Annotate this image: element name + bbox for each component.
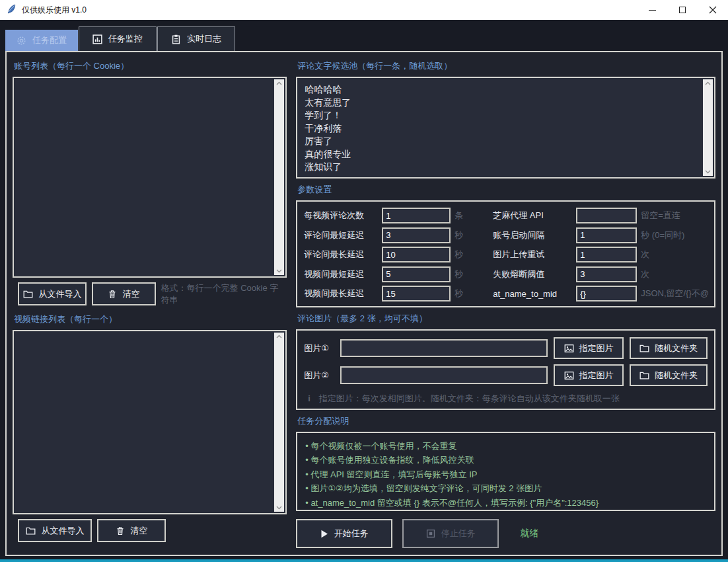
minimize-button[interactable] [637,0,667,20]
videos-section-label: 视频链接列表（每行一个） [14,313,287,325]
scroll-up-icon [276,81,282,85]
button-label: 从文件导入 [42,525,85,537]
param-unit: 秒 [455,249,489,261]
trash-icon [116,526,125,536]
stop-icon [426,529,435,538]
videos-import-button[interactable]: 从文件导入 [18,519,92,542]
clipboard-icon [171,34,181,44]
button-label: 清空 [123,288,140,300]
accounts-clear-button[interactable]: 清空 [92,282,156,305]
button-label: 随机文件夹 [655,342,698,354]
gear-icon [17,36,26,46]
image-icon [564,344,574,353]
param-label: 视频间最长延迟 [304,288,378,300]
param-label: 账号启动间隔 [493,229,572,241]
proxy-api-input[interactable] [576,208,637,223]
folder-icon [26,526,36,535]
note-item: at_name_to_mid 留空或填 {} 表示不@任何人，填写示例: {"用… [305,496,708,510]
play-icon [320,530,328,538]
status-text: 就绪 [520,528,538,540]
image1-path-input[interactable] [340,339,548,357]
app-body: 任务配置 任务监控 实时日志 账号列表（每行一个 Cookie） [0,20,728,556]
image2-path-input[interactable] [340,366,548,384]
folder-icon [23,290,33,298]
param-label: 每视频评论次数 [304,210,378,221]
accounts-section-label: 账号列表（每行一个 Cookie） [14,60,287,72]
param-unit: 留空=直连 [641,210,709,221]
images-section-label: 评论图片（最多 2 张，均可不填） [297,313,715,325]
tab-bar: 任务配置 任务监控 实时日志 [5,26,723,51]
at-name-to-mid-input[interactable] [576,286,637,301]
param-unit: 条 [455,210,489,221]
note-item: 每个视频仅被一个账号使用，不会重复 [305,439,708,454]
videos-clear-button[interactable]: 清空 [97,519,166,542]
image1-label: 图片① [304,342,334,354]
accounts-text [15,79,273,275]
scroll-down-icon [276,269,282,273]
videos-text [15,333,273,512]
tab-task-monitor[interactable]: 任务监控 [79,26,157,51]
param-label: 评论间最长延迟 [304,249,378,261]
tab-label: 实时日志 [187,33,221,45]
image1-pick-button[interactable]: 指定图片 [554,337,624,359]
min-comment-delay-input[interactable] [382,227,451,243]
tab-live-log[interactable]: 实时日志 [157,26,235,51]
button-label: 清空 [131,525,148,537]
param-unit: 秒 [455,268,489,280]
button-label: 从文件导入 [39,288,82,300]
accounts-format-hint: 格式：每行一个完整 Cookie 字符串 [161,282,286,306]
tab-task-config[interactable]: 任务配置 [5,30,78,51]
images-info-text: 指定图片：每次发相同图片。随机文件夹：每条评论自动从该文件夹随机取一张 [319,393,620,405]
param-unit: JSON,留空/{}不@ [641,288,709,300]
maximize-button[interactable] [667,0,698,20]
notes-group: 每个视频仅被一个账号使用，不会重复 每个账号使用独立设备指纹，降低风控关联 代理… [296,432,715,512]
videos-textarea[interactable] [13,330,287,514]
scroll-down-icon [705,170,711,174]
param-label: 视频间最短延迟 [304,268,378,280]
image-icon [564,371,574,380]
videos-scrollbar[interactable] [274,333,284,512]
comments-per-video-input[interactable] [382,208,451,223]
folder-icon [639,344,649,352]
folder-icon [639,371,649,380]
info-icon: i [308,393,310,403]
image2-label: 图片② [304,370,334,381]
accounts-textarea[interactable] [13,77,287,278]
minimize-icon [649,10,656,11]
comment-pool-section-label: 评论文字候选池（每行一条，随机选取） [297,60,715,72]
fail-threshold-input[interactable] [576,266,637,282]
trash-icon [108,289,117,299]
note-item: 每个账号使用独立设备指纹，降低风控关联 [305,453,708,467]
param-unit: 次 [641,268,709,280]
scroll-down-icon [276,506,282,510]
min-video-delay-input[interactable] [382,266,451,282]
comment-pool-textarea[interactable]: 哈哈哈哈 太有意思了 学到了！ 干净利落 厉害了 真的很专业 涨知识了 [296,77,715,179]
param-unit: 秒 [455,229,489,241]
image2-random-folder-button[interactable]: 随机文件夹 [630,364,708,386]
start-task-button[interactable]: 开始任务 [296,519,392,548]
max-video-delay-input[interactable] [382,286,451,301]
window-title: 仅供娱乐使用 v1.0 [22,5,87,16]
close-button[interactable] [698,0,728,20]
stop-task-button[interactable]: 停止任务 [402,519,499,548]
button-label: 停止任务 [441,528,476,540]
tab-label: 任务配置 [32,34,67,46]
image2-pick-button[interactable]: 指定图片 [554,364,624,386]
notes-section-label: 任务分配说明 [297,415,715,427]
tab-label: 任务监控 [108,33,143,45]
button-label: 随机文件夹 [655,370,698,381]
max-comment-delay-input[interactable] [382,247,451,262]
notes-list: 每个视频仅被一个账号使用，不会重复 每个账号使用独立设备指纹，降低风控关联 代理… [305,439,708,510]
bar-chart-icon [92,34,102,44]
button-label: 指定图片 [579,370,614,381]
image-upload-retry-input[interactable] [576,247,637,262]
accounts-scrollbar[interactable] [274,79,284,275]
params-group: 每视频评论次数 条 芝麻代理 API 留空=直连 评论间最短延迟 秒 账号启动间… [296,200,715,307]
param-unit: 次 [641,249,709,261]
comment-pool-scrollbar[interactable] [703,79,713,176]
note-item: 代理 API 留空则直连，填写后每账号独立 IP [305,467,708,482]
param-unit: 秒 (0=同时) [641,229,709,241]
account-start-interval-input[interactable] [576,227,637,243]
accounts-import-button[interactable]: 从文件导入 [18,282,87,305]
image1-random-folder-button[interactable]: 随机文件夹 [630,337,708,359]
